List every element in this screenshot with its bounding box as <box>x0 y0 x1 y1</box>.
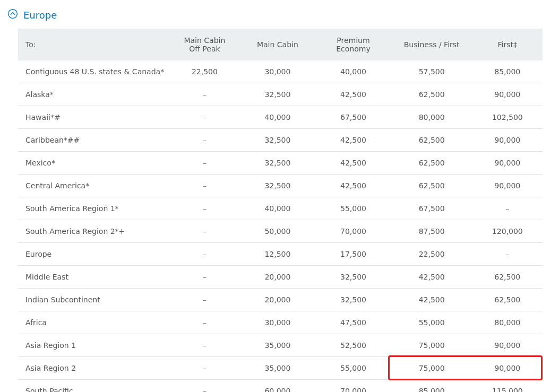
table-row: Central America*–32,50042,50062,50090,00… <box>18 175 543 197</box>
table-row: Indian Subcontinent–20,00032,50042,50062… <box>18 289 543 311</box>
table-row: Alaska*–32,50042,50062,50090,000 <box>18 83 543 106</box>
cell-first: 80,000 <box>472 311 543 334</box>
cell-premium: 32,500 <box>315 289 391 311</box>
cell-premium: 42,500 <box>315 129 391 152</box>
cell-business: 87,500 <box>391 220 472 243</box>
table-row: Africa–30,00047,50055,00080,000 <box>18 311 543 334</box>
cell-first: 120,000 <box>472 220 543 243</box>
cell-main: 20,000 <box>240 289 316 311</box>
cell-offpeak: – <box>169 152 239 175</box>
section-title: Europe <box>23 10 57 21</box>
table-row: Asia Region 2–35,00055,00075,00090,000 <box>18 357 543 380</box>
cell-offpeak: – <box>169 106 239 129</box>
table-row: Caribbean*##–32,50042,50062,50090,000 <box>18 129 543 152</box>
cell-destination: Caribbean*## <box>18 129 169 152</box>
table-row: Mexico*–32,50042,50062,50090,000 <box>18 152 543 175</box>
award-chart-table: To: Main CabinOff Peak Main Cabin Premiu… <box>18 29 543 392</box>
cell-destination: Asia Region 1 <box>18 334 169 357</box>
cell-main: 32,500 <box>240 129 316 152</box>
cell-destination: Hawaii*# <box>18 106 169 129</box>
cell-business: 42,500 <box>391 289 472 311</box>
cell-business: 85,000 <box>391 380 472 393</box>
table-row: South Pacific–60,00070,00085,000115,000 <box>18 380 543 393</box>
cell-offpeak: – <box>169 129 239 152</box>
cell-premium: 17,500 <box>315 243 391 266</box>
cell-main: 20,000 <box>240 266 316 289</box>
cell-business: 67,500 <box>391 197 472 220</box>
cell-first: – <box>472 197 543 220</box>
cell-destination: Middle East <box>18 266 169 289</box>
col-header-to: To: <box>18 29 169 60</box>
cell-business: 22,500 <box>391 243 472 266</box>
cell-main: 32,500 <box>240 152 316 175</box>
col-header-main: Main Cabin <box>240 29 316 60</box>
chevron-up-circle-icon <box>7 8 18 21</box>
cell-first: 62,500 <box>472 266 543 289</box>
cell-main: 30,000 <box>240 60 316 83</box>
cell-premium: 70,000 <box>315 380 391 393</box>
cell-business: 57,500 <box>391 60 472 83</box>
cell-first: 85,000 <box>472 60 543 83</box>
cell-business: 62,500 <box>391 83 472 106</box>
cell-offpeak: – <box>169 357 239 380</box>
table-row: South America Region 2*+–50,00070,00087,… <box>18 220 543 243</box>
cell-offpeak: – <box>169 197 239 220</box>
cell-offpeak: – <box>169 334 239 357</box>
cell-business: 55,000 <box>391 311 472 334</box>
cell-business: 42,500 <box>391 266 472 289</box>
cell-destination: South Pacific <box>18 380 169 393</box>
cell-destination: South America Region 1* <box>18 197 169 220</box>
cell-offpeak: – <box>169 243 239 266</box>
cell-premium: 42,500 <box>315 83 391 106</box>
cell-main: 30,000 <box>240 311 316 334</box>
cell-premium: 42,500 <box>315 152 391 175</box>
cell-premium: 47,500 <box>315 311 391 334</box>
cell-premium: 32,500 <box>315 266 391 289</box>
cell-main: 40,000 <box>240 106 316 129</box>
cell-offpeak: – <box>169 83 239 106</box>
table-row: Contiguous 48 U.S. states & Canada*22,50… <box>18 60 543 83</box>
cell-offpeak: 22,500 <box>169 60 239 83</box>
cell-offpeak: – <box>169 266 239 289</box>
cell-offpeak: – <box>169 220 239 243</box>
cell-first: 62,500 <box>472 289 543 311</box>
cell-main: 40,000 <box>240 197 316 220</box>
cell-first: 115,000 <box>472 380 543 393</box>
cell-premium: 55,000 <box>315 357 391 380</box>
cell-main: 60,000 <box>240 380 316 393</box>
cell-main: 50,000 <box>240 220 316 243</box>
section-toggle-europe[interactable]: Europe <box>7 8 543 21</box>
table-row: South America Region 1*–40,00055,00067,5… <box>18 197 543 220</box>
cell-business: 62,500 <box>391 152 472 175</box>
cell-destination: South America Region 2*+ <box>18 220 169 243</box>
cell-first: – <box>472 243 543 266</box>
cell-first: 90,000 <box>472 334 543 357</box>
table-row: Asia Region 1–35,00052,50075,00090,000 <box>18 334 543 357</box>
cell-first: 90,000 <box>472 129 543 152</box>
svg-point-0 <box>8 10 18 19</box>
cell-business: 62,500 <box>391 129 472 152</box>
cell-main: 12,500 <box>240 243 316 266</box>
cell-offpeak: – <box>169 289 239 311</box>
cell-first: 90,000 <box>472 357 543 380</box>
cell-main: 35,000 <box>240 357 316 380</box>
table-row: Hawaii*#–40,00067,50080,000102,500 <box>18 106 543 129</box>
cell-business: 62,500 <box>391 175 472 197</box>
cell-business: 75,000 <box>391 334 472 357</box>
cell-first: 102,500 <box>472 106 543 129</box>
cell-premium: 52,500 <box>315 334 391 357</box>
cell-first: 90,000 <box>472 152 543 175</box>
cell-premium: 67,500 <box>315 106 391 129</box>
cell-main: 32,500 <box>240 83 316 106</box>
cell-business: 80,000 <box>391 106 472 129</box>
table-row: Middle East–20,00032,50042,50062,500 <box>18 266 543 289</box>
cell-offpeak: – <box>169 311 239 334</box>
cell-main: 35,000 <box>240 334 316 357</box>
cell-first: 90,000 <box>472 83 543 106</box>
cell-business: 75,000 <box>391 357 472 380</box>
cell-premium: 70,000 <box>315 220 391 243</box>
cell-offpeak: – <box>169 175 239 197</box>
col-header-business: Business / First <box>391 29 472 60</box>
cell-premium: 42,500 <box>315 175 391 197</box>
cell-destination: Asia Region 2 <box>18 357 169 380</box>
